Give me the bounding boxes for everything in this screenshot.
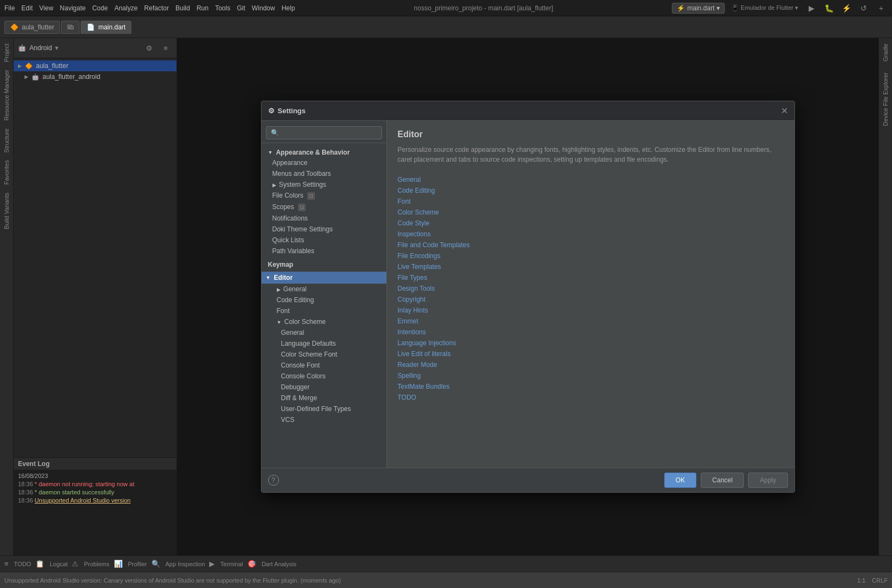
sidebar-item-file-colors[interactable]: File Colors □ <box>262 190 386 201</box>
sidebar-section-keymap: Keymap <box>262 258 386 271</box>
menu-git[interactable]: Git <box>237 4 245 12</box>
link-code-editing[interactable]: Code Editing <box>398 186 784 195</box>
link-inspections[interactable]: Inspections <box>398 230 784 238</box>
link-color-scheme[interactable]: Color Scheme <box>398 208 784 217</box>
sidebar-item-structure[interactable]: Structure <box>2 125 11 156</box>
ok-button[interactable]: OK <box>664 473 696 488</box>
link-live-edit-literals[interactable]: Live Edit of literals <box>398 350 784 358</box>
menu-window[interactable]: Window <box>252 4 275 12</box>
emulator-selector[interactable]: 📱 Emulador de Flutter ▾ <box>731 4 798 11</box>
group-editor[interactable]: ▼ Editor <box>262 272 386 284</box>
sidebar-item-doki-theme[interactable]: Doki Theme Settings <box>262 224 386 235</box>
link-copyright[interactable]: Copyright <box>398 295 784 304</box>
tree-item-aula-flutter-android[interactable]: ▶ 🤖 aula_flutter_android <box>14 71 177 82</box>
sidebar-item-code-editing[interactable]: Code Editing <box>262 295 386 305</box>
sidebar-item-build-variants[interactable]: Build Variants <box>2 189 11 232</box>
sidebar-item-path-variables[interactable]: Path Variables <box>262 246 386 256</box>
sidebar-item-vcs[interactable]: VCS <box>262 414 386 425</box>
link-general[interactable]: General <box>398 175 784 184</box>
sidebar-item-console-colors[interactable]: Console Colors <box>262 371 386 382</box>
modal-close-button[interactable]: ✕ <box>781 106 788 116</box>
link-spelling[interactable]: Spelling <box>398 371 784 380</box>
sidebar-item-debugger[interactable]: Debugger <box>262 382 386 393</box>
link-file-code-templates[interactable]: File and Code Templates <box>398 241 784 249</box>
sidebar-item-general[interactable]: ▶ General <box>262 284 386 295</box>
menu-analyze[interactable]: Analyze <box>114 4 138 12</box>
menu-code[interactable]: Code <box>92 4 108 12</box>
sidebar-item-color-scheme[interactable]: ▼ Color Scheme <box>262 316 386 327</box>
link-live-templates[interactable]: Live Templates <box>398 262 784 271</box>
group-appearance-behavior[interactable]: ▼ Appearance & Behavior <box>262 146 386 157</box>
link-todo[interactable]: TODO <box>398 393 784 402</box>
menu-run[interactable]: Run <box>197 4 209 12</box>
sidebar-item-scopes[interactable]: Scopes □ <box>262 201 386 213</box>
menu-refactor[interactable]: Refactor <box>144 4 169 12</box>
link-file-encodings[interactable]: File Encodings <box>398 252 784 260</box>
sidebar-item-project[interactable]: Project <box>2 40 11 65</box>
tab-app-inspection[interactable]: App Inspection <box>166 561 205 567</box>
tab-todo[interactable]: TODO <box>14 561 32 567</box>
sidebar-item-cs-general[interactable]: General <box>262 327 386 338</box>
sidebar-item-system-settings[interactable]: ▶ System Settings <box>262 179 386 190</box>
editor-links-list: General Code Editing Font Color Scheme C… <box>398 175 784 402</box>
menu-navigate[interactable]: Navigate <box>60 4 86 12</box>
tab-logcat[interactable]: Logcat <box>50 561 68 567</box>
settings-search-input[interactable] <box>266 126 382 139</box>
sidebar-item-menus-toolbars[interactable]: Menus and Toolbars <box>262 168 386 179</box>
sidebar-item-notifications[interactable]: Notifications <box>262 213 386 224</box>
link-intentions[interactable]: Intentions <box>398 328 784 336</box>
project-sort-icon[interactable]: ≡ <box>159 41 172 54</box>
problems-icon: ⚠ <box>72 560 78 568</box>
menu-tools[interactable]: Tools <box>215 4 230 12</box>
tab-dart-analysis[interactable]: Dart Analysis <box>262 561 296 567</box>
tab-terminal[interactable]: Terminal <box>220 561 243 567</box>
more-button[interactable]: + <box>875 2 888 15</box>
tree-label-aula-flutter: aula_flutter <box>36 62 68 70</box>
tab-project[interactable]: 🔶 aula_flutter <box>4 21 60 34</box>
link-emmet[interactable]: Emmet <box>398 317 784 326</box>
event-item-3[interactable]: 18:36 Unsupported Android Studio version <box>18 497 172 504</box>
sidebar-item-quick-lists[interactable]: Quick Lists <box>262 235 386 246</box>
sidebar-item-console-font[interactable]: Console Font <box>262 360 386 371</box>
menu-help[interactable]: Help <box>282 4 295 12</box>
debug-button[interactable]: 🐛 <box>822 2 835 15</box>
tab-main-dart[interactable]: 📄 main.dart <box>81 21 131 34</box>
tab-lib[interactable]: lib <box>61 21 80 34</box>
hot-reload-button[interactable]: ⚡ <box>840 2 853 15</box>
link-inlay-hints[interactable]: Inlay Hints <box>398 306 784 315</box>
sidebar-item-appearance[interactable]: Appearance <box>262 157 386 168</box>
link-font[interactable]: Font <box>398 197 784 206</box>
link-file-types[interactable]: File Types <box>398 273 784 282</box>
link-language-injections[interactable]: Language Injections <box>398 339 784 347</box>
sidebar-item-resource-manager[interactable]: Resource Manager <box>2 66 11 124</box>
sidebar-item-font[interactable]: Font <box>262 305 386 316</box>
menu-build[interactable]: Build <box>175 4 190 12</box>
tree-item-aula-flutter[interactable]: ▶ 🔶 aula_flutter <box>14 60 177 71</box>
tab-profiler[interactable]: Profiler <box>128 561 147 567</box>
sidebar-item-color-scheme-font[interactable]: Color Scheme Font <box>262 349 386 360</box>
project-settings-icon[interactable]: ⚙ <box>143 41 156 54</box>
sidebar-item-gradle[interactable]: Gradle <box>881 40 890 65</box>
menu-edit[interactable]: Edit <box>21 4 33 12</box>
sidebar-item-device-file-explorer[interactable]: Device File Explorer <box>881 69 890 129</box>
run-button[interactable]: ▶ <box>805 2 818 15</box>
link-reader-mode[interactable]: Reader Mode <box>398 360 784 369</box>
link-textmate-bundles[interactable]: TextMate Bundles <box>398 382 784 391</box>
link-design-tools[interactable]: Design Tools <box>398 284 784 293</box>
menu-file[interactable]: File <box>4 4 15 12</box>
sidebar-item-diff-merge[interactable]: Diff & Merge <box>262 393 386 403</box>
sidebar-item-language-defaults[interactable]: Language Defaults <box>262 338 386 349</box>
hot-restart-button[interactable]: ↺ <box>857 2 870 15</box>
cancel-button[interactable]: Cancel <box>701 473 744 488</box>
menu-view[interactable]: View <box>39 4 53 12</box>
group-keymap[interactable]: Keymap <box>262 259 386 270</box>
sidebar-item-favorites[interactable]: Favorites <box>2 157 11 188</box>
help-icon-button[interactable]: ? <box>268 475 279 486</box>
run-configuration[interactable]: ⚡ main.dart ▾ <box>672 3 725 14</box>
apply-button[interactable]: Apply <box>748 473 787 488</box>
link-code-style[interactable]: Code Style <box>398 219 784 228</box>
project-dropdown[interactable]: Android <box>29 44 52 52</box>
tab-problems[interactable]: Problems <box>84 561 109 567</box>
dropdown-arrow-icon[interactable]: ▾ <box>55 44 58 52</box>
sidebar-item-user-defined-file-types[interactable]: User-Defined File Types <box>262 403 386 414</box>
